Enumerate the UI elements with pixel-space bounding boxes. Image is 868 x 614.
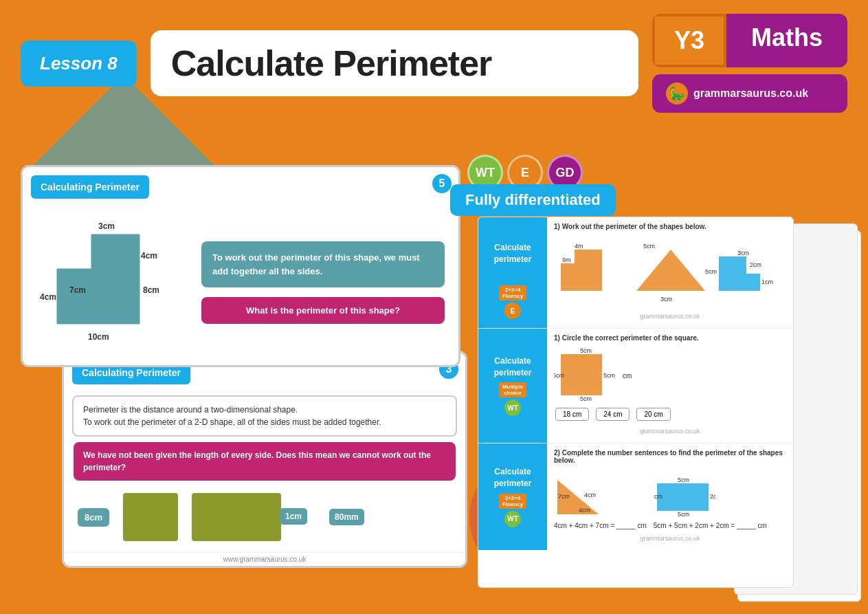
rectangle-container: 5cm 2cm 5cm 2cm 5cm + 5cm + 2cm + 2cm = …	[654, 470, 767, 529]
grammar-logo-icon: 🦕	[666, 83, 688, 105]
svg-text:4cm: 4cm	[584, 492, 596, 498]
website-url: grammarsaurus.co.uk	[693, 87, 808, 100]
svg-text:3cm: 3cm	[660, 296, 672, 303]
svg-text:4cm: 4cm	[579, 507, 590, 514]
e-level-badge-1: E	[504, 303, 521, 319]
ws-badges-2: Multiplechoice WT	[499, 382, 526, 416]
wt-level-badge-3: WT	[504, 511, 521, 527]
ws-task-3: 2) Complete the number sentences to find…	[554, 449, 786, 464]
svg-text:1cm: 1cm	[761, 278, 773, 285]
perimeter-shape-svg: 3cm 4cm 7cm 8cm 4cm 10cm	[36, 214, 188, 351]
lesson-label: Lesson 8	[40, 53, 118, 74]
info-boxes: To work out the perimeter of this shape,…	[201, 214, 445, 351]
svg-text:5cm: 5cm	[678, 511, 689, 518]
ws-right-2: 1) Circle the correct perimeter of the s…	[547, 329, 793, 443]
year-maths-badges: Y3 Maths	[652, 14, 847, 67]
ws-left-3: Calculateperimeter 2+2=4Fluency WT	[478, 443, 547, 550]
slide-back-text2: We have not been given the length of eve…	[74, 442, 456, 481]
small-rectangle	[123, 493, 178, 541]
svg-text:5cm: 5cm	[580, 395, 592, 402]
slide-back-footer: www.grammarsaurus.co.uk	[64, 552, 465, 566]
label-8cm: 8cm	[78, 508, 109, 527]
slide-front-header-row: Calculating Perimeter 5	[23, 167, 458, 207]
ws-brand-2: grammarsaurus.co.uk	[554, 425, 786, 437]
ws-calc-title-2: Calculateperimeter	[494, 355, 532, 379]
ws-left-1: Calculateperimeter 2+2=4Fluency E	[478, 217, 547, 328]
label-80mm: 80mm	[329, 509, 364, 525]
lesson-badge: Lesson 8	[21, 41, 137, 87]
slide-front-number: 5	[432, 174, 452, 193]
ws-shape-formulas: 7cm 4cm 4cm 4cm + 4cm + 7cm = _____ cm 5…	[554, 467, 786, 532]
triangle-svg: 7cm 4cm 4cm	[554, 470, 609, 518]
ws-square-shape: 5cm 5cm 5cm 5cm cm	[554, 344, 786, 404]
svg-text:2cm: 2cm	[710, 493, 715, 500]
fully-differentiated-banner: Fully differentiated	[450, 184, 616, 216]
slide-front-content: 3cm 4cm 7cm 8cm 4cm 10cm To work out the…	[23, 207, 458, 365]
ws-left-2: Calculateperimeter Multiplechoice WT	[478, 329, 547, 443]
svg-text:5cm: 5cm	[705, 268, 717, 275]
formula-2: 5cm + 5cm + 2cm + 2cm = _____ cm	[654, 522, 767, 529]
fluency-badge-3: 2+2=4Fluency	[499, 494, 526, 509]
svg-text:7cm: 7cm	[558, 493, 570, 500]
rectangle-svg: 5cm 2cm 5cm 2cm	[654, 470, 715, 518]
svg-text:9m: 9m	[562, 256, 571, 263]
ws-task-2: 1) Circle the correct perimeter of the s…	[554, 334, 786, 342]
page-title: Calculate Perimeter	[171, 43, 492, 84]
wt-level-badge-2: WT	[504, 399, 521, 416]
ws-choices-row: 18 cm 24 cm 20 cm	[554, 404, 786, 425]
ws-brand-1: grammarsaurus.co.uk	[554, 310, 786, 322]
svg-text:4m: 4m	[575, 243, 583, 250]
ws-calc-title-1: Calculateperimeter	[478, 226, 547, 281]
svg-text:4cm: 4cm	[141, 251, 157, 261]
svg-rect-18	[561, 354, 602, 395]
large-rectangle	[192, 493, 281, 541]
slide-back-title: Calculating Perimeter	[82, 367, 181, 378]
svg-marker-10	[636, 250, 705, 291]
ws-right-3: 2) Complete the number sentences to find…	[547, 443, 793, 550]
header: Lesson 8 Calculate Perimeter Y3 Maths 🦕 …	[21, 14, 847, 113]
slide-back-text1: Perimeter is the distance around a two-d…	[72, 395, 457, 437]
fluency-badge-1: 2+2=4Fluency	[499, 285, 526, 300]
slide-front-title: Calculating Perimeter	[41, 182, 140, 193]
worksheet-section-2: Calculateperimeter Multiplechoice WT 1) …	[478, 329, 793, 443]
svg-text:3cm: 3cm	[98, 221, 115, 231]
svg-text:2cm: 2cm	[654, 493, 663, 500]
shape-diagram: 3cm 4cm 7cm 8cm 4cm 10cm	[36, 214, 188, 351]
svg-text:5cm: 5cm	[678, 476, 689, 483]
svg-text:5cm: 5cm	[603, 372, 615, 379]
mc-fluency-badge: Multiplechoice	[499, 382, 526, 397]
svg-text:7cm: 7cm	[69, 285, 86, 295]
top-right-panel: Y3 Maths 🦕 grammarsaurus.co.uk	[652, 14, 847, 113]
choice-18[interactable]: 18 cm	[555, 408, 589, 421]
ws-calc-title-3: Calculateperimeter	[494, 466, 532, 490]
square-svg: 5cm 5cm 5cm 5cm	[554, 347, 616, 402]
ws-task-1: 1) Work out the perimeter of the shapes …	[554, 223, 786, 230]
svg-text:8cm: 8cm	[143, 285, 159, 295]
question-box: What is the perimeter of this shape?	[201, 297, 445, 324]
worksheet-main: Calculateperimeter 2+2=4Fluency E 1) Wor…	[478, 217, 794, 588]
slide-back-shapes: 8cm 1cm 80mm	[64, 486, 465, 552]
choice-24[interactable]: 24 cm	[596, 408, 630, 421]
svg-text:2cm: 2cm	[750, 261, 761, 268]
svg-text:4cm: 4cm	[40, 292, 56, 302]
svg-rect-27	[657, 483, 709, 511]
ws-shapes-section1: 9m 4m 5cm 5cm 3cm 2cm 3cm 1cm	[554, 233, 786, 310]
choice-20[interactable]: 20 cm	[636, 408, 670, 421]
svg-text:5cm: 5cm	[580, 347, 592, 354]
large-rectangle-container: 1cm	[192, 493, 281, 541]
svg-marker-0	[57, 234, 140, 324]
ws-shapes-svg-1: 9m 4m 5cm 5cm 3cm 2cm 3cm 1cm	[554, 236, 774, 305]
svg-text:10cm: 10cm	[88, 332, 109, 342]
svg-text:5cm: 5cm	[643, 243, 655, 250]
year-badge: Y3	[652, 14, 726, 67]
slide-back-card: Calculating Perimeter 3 Perimeter is the…	[62, 351, 467, 568]
ws-brand-3: grammarsaurus.co.uk	[554, 532, 786, 545]
svg-text:5cm: 5cm	[554, 372, 564, 379]
ws-right-1: 1) Work out the perimeter of the shapes …	[547, 217, 793, 328]
title-box: Calculate Perimeter	[151, 30, 638, 96]
ws-badges-3: 2+2=4Fluency WT	[499, 494, 526, 527]
info-text-box: To work out the perimeter of this shape,…	[201, 241, 445, 287]
worksheet-section-3: Calculateperimeter 2+2=4Fluency WT 2) Co…	[478, 443, 793, 550]
worksheet-section-1: Calculateperimeter 2+2=4Fluency E 1) Wor…	[478, 217, 793, 329]
ws-badges-1: 2+2=4Fluency E	[499, 285, 526, 319]
